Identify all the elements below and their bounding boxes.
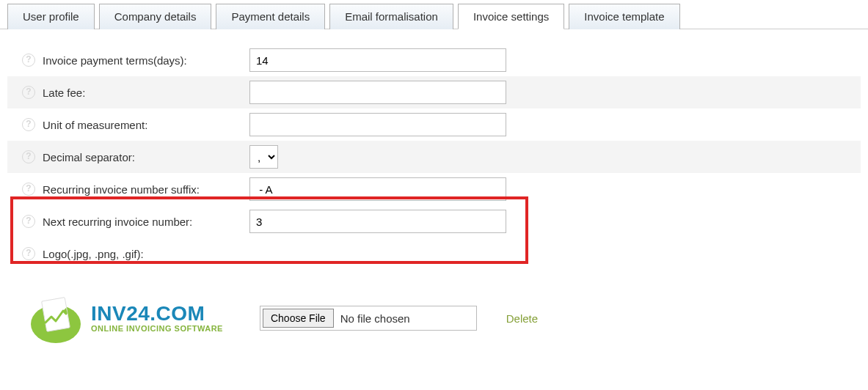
tab-payment-details[interactable]: Payment details <box>216 4 325 29</box>
help-icon[interactable] <box>22 86 35 99</box>
row-decimal-separator: Decimal separator: , <box>7 141 861 173</box>
input-next-recurring[interactable] <box>249 210 506 233</box>
label-recurring-suffix: Recurring invoice number suffix: <box>43 183 200 196</box>
file-picker[interactable]: Choose File No file chosen <box>260 306 477 331</box>
label-late-fee: Late fee: <box>43 87 85 99</box>
help-icon[interactable] <box>22 54 35 67</box>
file-area: Choose File No file chosen Delete <box>260 306 538 331</box>
row-unit: Unit of measurement: <box>7 108 861 141</box>
row-payment-terms: Invoice payment terms(days): <box>7 44 861 76</box>
input-late-fee[interactable] <box>249 81 506 104</box>
brand-name: INV24.COM <box>91 303 223 324</box>
brand-tagline: ONLINE INVOICING SOFTWARE <box>91 324 223 333</box>
tab-email-formalisation[interactable]: Email formalisation <box>329 4 453 29</box>
help-icon[interactable] <box>22 215 35 228</box>
input-unit[interactable] <box>249 113 506 136</box>
row-recurring-suffix: Recurring invoice number suffix: <box>7 173 861 205</box>
help-icon[interactable] <box>22 183 35 196</box>
help-icon[interactable] <box>22 118 35 131</box>
tab-company-details[interactable]: Company details <box>99 4 212 29</box>
delete-link[interactable]: Delete <box>506 312 538 325</box>
logo-section: INV24.COM ONLINE INVOICING SOFTWARE Choo… <box>7 270 861 352</box>
label-payment-terms: Invoice payment terms(days): <box>43 54 187 67</box>
label-unit: Unit of measurement: <box>43 119 147 131</box>
row-logo: Logo(.jpg, .png, .gif): <box>7 238 861 270</box>
brand-logo: INV24.COM ONLINE INVOICING SOFTWARE <box>29 292 223 345</box>
row-late-fee: Late fee: <box>7 76 861 108</box>
form-area: Invoice payment terms(days): Late fee: U… <box>0 29 868 374</box>
tab-invoice-template[interactable]: Invoice template <box>569 4 679 29</box>
label-logo: Logo(.jpg, .png, .gif): <box>43 248 144 260</box>
tab-invoice-settings[interactable]: Invoice settings <box>458 4 564 29</box>
logo-icon <box>29 292 82 345</box>
choose-file-button[interactable]: Choose File <box>263 309 334 328</box>
label-decimal-separator: Decimal separator: <box>43 151 135 163</box>
select-decimal-separator[interactable]: , <box>249 145 278 169</box>
row-next-recurring: Next recurring invoice number: <box>7 205 861 238</box>
input-recurring-suffix[interactable] <box>249 177 506 201</box>
input-payment-terms[interactable] <box>249 48 506 72</box>
tabs-bar: User profile Company details Payment det… <box>0 0 868 29</box>
label-next-recurring: Next recurring invoice number: <box>43 216 192 228</box>
file-status: No file chosen <box>340 312 410 325</box>
help-icon[interactable] <box>22 150 35 163</box>
help-icon[interactable] <box>22 247 35 260</box>
tab-user-profile[interactable]: User profile <box>7 4 95 29</box>
